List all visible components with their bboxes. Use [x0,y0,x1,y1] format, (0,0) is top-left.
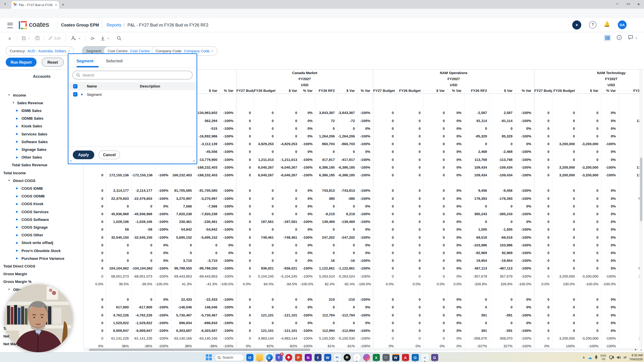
sync-icon[interactable]: ⇄ [623,355,626,360]
outlook-new-icon[interactable]: O [246,353,254,362]
expand-icon[interactable]: ▶ [16,249,18,252]
expand-icon[interactable]: ▶ [16,117,18,120]
account-row-purchase-price-variance[interactable]: ▶Purchase Price Variance [0,254,80,262]
vertical-scrollbar-thumb[interactable] [640,158,642,221]
share-dropdown-icon[interactable]: ∨ [78,37,80,40]
tab-close-icon[interactable]: × [55,3,57,7]
cancel-button[interactable]: Cancel [98,150,120,159]
reset-button[interactable]: Reset [42,58,64,67]
account-row-direct-cogs[interactable]: ▼Direct COGS [0,177,80,184]
teams-icon[interactable]: T8 [275,353,283,362]
share-user-icon[interactable] [71,36,76,41]
scroll-down-icon[interactable]: ▼ [640,349,642,351]
window-minimize-button[interactable]: ─ [616,2,618,6]
onedrive-icon[interactable]: ☁ [588,355,592,360]
microphone-icon[interactable] [595,355,598,360]
edge-icon[interactable]: e [265,353,273,362]
taskbar-search-input[interactable]: Search [214,354,244,361]
select-all-checkbox[interactable]: ✓ [73,84,78,88]
popup-search-input[interactable]: Search [72,71,192,79]
copilot-icon[interactable] [362,353,370,362]
onenote-icon[interactable]: N [304,353,312,362]
expand-icon[interactable]: ▶ [16,156,18,159]
segment-checkbox[interactable]: ✓ [73,92,78,96]
gimp-icon[interactable]: G [430,353,438,362]
apply-button[interactable]: Apply [73,150,94,159]
comments-icon[interactable] [628,35,633,41]
expand-icon[interactable]: ▶ [16,202,18,205]
info-icon[interactable] [616,35,622,41]
account-row-cogs-other[interactable]: ▶COGS Other [0,231,80,239]
scroll-right-icon[interactable]: ▶ [635,348,637,351]
run-report-button[interactable]: Run Report [6,58,36,67]
resize-handle[interactable]: ⇈ [70,160,72,163]
powerpoint-icon[interactable]: P [294,353,302,362]
account-row-cogs-services[interactable]: ▶COGS Services [0,208,80,216]
volume-icon[interactable] [616,356,621,359]
expand-icon[interactable]: ▶ [16,140,18,143]
expand-icon[interactable]: ▶ [16,257,18,260]
taskbar-clock[interactable]: 9:32 AM7/04/2026 [629,354,643,361]
outlook-classic-icon[interactable]: O [411,353,419,362]
diamond-arrows-app-icon[interactable]: ✥ [284,353,293,362]
planner-icon[interactable]: ‖ [314,353,322,362]
expand-icon[interactable]: ▶ [16,241,18,244]
notepad-icon[interactable]: ≡ [421,353,429,362]
calculator-icon[interactable]: ∷ [382,353,390,362]
expand-icon[interactable]: ▶ [16,125,18,128]
help-icon[interactable]: ? [589,21,596,28]
account-row-cogs-signage[interactable]: ▶COGS Signage [0,223,80,231]
comments-dropdown-icon[interactable]: ∨ [635,36,637,39]
expand-icon[interactable]: ▶ [16,233,18,237]
browser-tab[interactable]: W P&L - FY27 Bud vs FY26 Bud vs FY × [12,1,59,9]
file-explorer-icon[interactable] [256,353,264,362]
horizontal-scrollbar-thumb[interactable] [89,349,310,351]
expand-icon[interactable]: ▶ [16,148,18,151]
expand-icon[interactable]: ▶ [16,109,18,112]
menu-icon[interactable] [8,23,13,28]
account-row-prov-n-obsolete-stock[interactable]: ▶Prov'n Obsolete Stock [0,247,80,254]
expand-icon[interactable]: ▶ [16,218,18,221]
notifications-bell-icon[interactable]: 🔔 [604,21,610,27]
language-indicator[interactable]: ENGUS [600,354,606,361]
search-icon[interactable] [117,36,122,41]
expand-icon[interactable]: ▶ [16,187,18,190]
collapse-toolbar-icon[interactable]: ∧ [8,36,11,41]
tray-chevron-icon[interactable]: ∧ [582,355,585,360]
collapse-icon[interactable]: ▼ [8,179,10,182]
user-avatar[interactable]: DA [618,20,626,29]
popup-tab-selected[interactable]: Selected [106,59,122,63]
currency-filter-chip[interactable]: Currency:AUD - Australia, Dollars∨ [6,46,74,56]
account-row-cogs-software[interactable]: ▶COGS Software [0,216,80,223]
snipping-tool-icon[interactable]: ✂ [333,353,341,362]
excel-icon[interactable]: X [372,353,380,362]
account-row-cogs-kiosk[interactable]: ▶COGS Kiosk [0,200,80,208]
collapse-icon[interactable]: ▼ [8,288,10,291]
download-icon[interactable] [100,36,105,41]
save-dropdown-icon[interactable]: ∨ [28,37,30,40]
edit-pencil-icon[interactable] [48,36,53,41]
acrobat-icon[interactable]: A [401,353,410,362]
expand-icon[interactable]: ▶ [16,132,18,135]
asana-icon[interactable]: ∴ [353,353,361,362]
window-close-button[interactable]: × [637,2,640,7]
save-icon[interactable] [22,36,26,41]
collapse-icon[interactable]: ▼ [12,101,15,104]
table-view-icon[interactable] [604,34,611,41]
account-row-cogs-odmb[interactable]: ▶COGS ODMB [0,192,80,200]
breadcrumb-reports-link[interactable]: Reports [107,23,122,27]
collapse-icon[interactable]: ▼ [8,93,10,96]
word-icon[interactable]: W [324,353,332,362]
start-button[interactable] [206,354,213,361]
network-icon[interactable] [609,356,614,360]
download-dropdown-icon[interactable]: ∨ [107,37,109,40]
account-row-stock-write-off-adj[interactable]: ▶Stock write off/adj [0,239,80,247]
expand-icon[interactable]: ▶ [16,226,18,229]
expand-icon[interactable]: ▶ [81,93,83,96]
chatgpt-icon[interactable]: ✳ [343,353,351,362]
window-maximize-button[interactable]: ▭ [626,2,630,6]
account-row-cogs-idmb[interactable]: ▶COGS IDMB [0,185,80,192]
account-row-total-direct-cogs[interactable]: Total Direct COGS [0,262,80,270]
workday-icon[interactable]: W [392,353,400,362]
assistant-icon[interactable]: ✦ [572,20,581,29]
